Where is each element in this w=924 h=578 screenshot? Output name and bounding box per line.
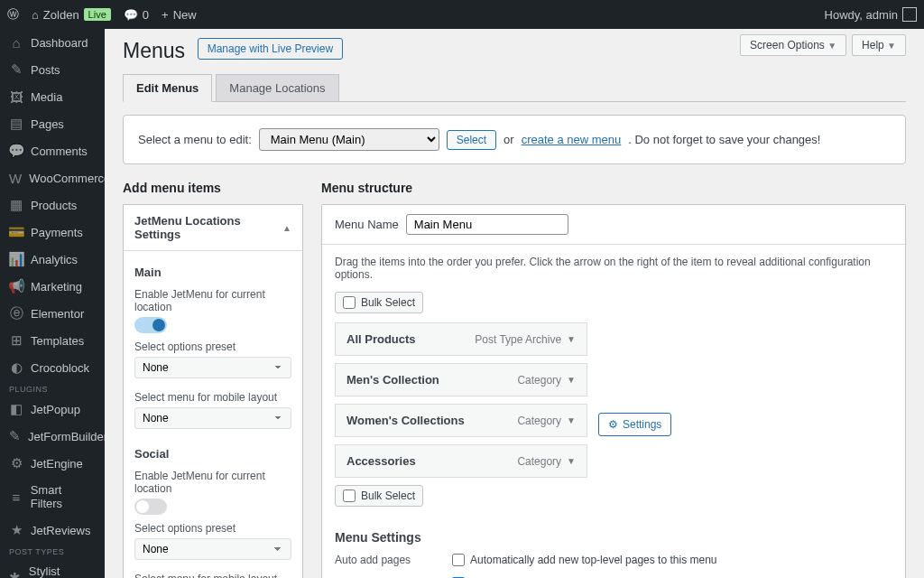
mobile-social-label: Select menu for mobile layout [134, 573, 291, 578]
select-menu-label: Select a menu to edit: [138, 133, 252, 146]
enable-social-toggle[interactable] [134, 499, 167, 515]
select-note: . Do not forget to save your changes! [628, 133, 820, 146]
bulk-select-bottom[interactable]: Bulk Select [335, 485, 423, 507]
avatar [902, 7, 917, 22]
chevron-down-icon: ▼ [567, 375, 576, 385]
woo-icon: W [9, 171, 22, 185]
sidebar-item-comments[interactable]: 💬Comments [0, 137, 105, 164]
crocoblock-icon: ◐ [9, 360, 23, 375]
mobile-main-select[interactable]: None [134, 407, 291, 429]
sidebar-item-dashboard[interactable]: ⌂Dashboard [0, 29, 105, 56]
sidebar-item-jetreviews[interactable]: ★JetReviews [0, 517, 105, 544]
admin-sidebar: ⌂Dashboard ✎Posts 🖾Media ▤Pages 💬Comment… [0, 29, 105, 578]
live-preview-button[interactable]: Manage with Live Preview [198, 38, 343, 60]
preset-main-select[interactable]: None [134, 357, 291, 378]
help-button[interactable]: Help ▼ [852, 34, 906, 56]
preset-main-label: Select options preset [134, 340, 291, 353]
jetengine-icon: ⚙ [9, 456, 23, 471]
sidebar-item-templates[interactable]: ⊞Templates [0, 327, 105, 354]
bulk-checkbox-bottom[interactable] [343, 489, 356, 502]
sidebar-item-crocoblock[interactable]: ◐Crocoblock [0, 354, 105, 381]
auto-pages-checkbox[interactable] [452, 554, 465, 566]
create-menu-link[interactable]: create a new menu [522, 133, 622, 146]
sidebar-item-smartfilters[interactable]: ≡Smart Filters [0, 477, 105, 517]
menu-name-input[interactable] [406, 214, 568, 235]
preset-social-select[interactable]: None [134, 538, 291, 560]
new-link[interactable]: +New [162, 8, 197, 22]
chevron-down-icon: ▼ [567, 415, 576, 425]
sidebar-item-woocommerce[interactable]: WWooCommerce [0, 164, 105, 191]
menu-item[interactable]: Men's CollectionCategory▼ [335, 363, 587, 396]
preset-social-label: Select options preset [134, 522, 291, 535]
location-social-title: Social [134, 447, 291, 461]
pages-icon: ▤ [9, 117, 23, 131]
menu-item[interactable]: Women's CollectionsCategory▼ [335, 404, 587, 437]
sidebar-item-jetengine[interactable]: ⚙JetEngine [0, 450, 105, 477]
sidebar-item-stylistservices[interactable]: ✱Stylist services [0, 558, 105, 578]
select-button[interactable]: Select [447, 130, 496, 150]
enable-social-label: Enable JetMenu for current location [134, 470, 291, 495]
sidebar-item-media[interactable]: 🖾Media [0, 83, 105, 110]
elementor-icon: ⓔ [9, 306, 23, 321]
jetmenu-panel-header[interactable]: JetMenu Locations Settings▲ [124, 205, 302, 250]
sidebar-item-marketing[interactable]: 📢Marketing [0, 273, 105, 300]
auto-pages-label: Auto add pages [335, 554, 452, 566]
sidebar-item-jetpopup[interactable]: ◧JetPopup [0, 396, 105, 423]
sidebar-item-products[interactable]: ▦Products [0, 191, 105, 219]
item-settings-button[interactable]: ⚙Settings [598, 413, 671, 436]
menu-structure-box: Menu Name Drag the items into the order … [321, 204, 906, 578]
chevron-down-icon: ▼ [827, 41, 836, 51]
smartfilters-icon: ≡ [9, 489, 23, 504]
menu-item[interactable]: All ProductsPost Type Archive▼ [335, 322, 587, 356]
or-text: or [504, 133, 514, 146]
sidebar-item-pages[interactable]: ▤Pages [0, 110, 105, 137]
dashboard-icon: ⌂ [9, 35, 23, 50]
tab-edit-menus[interactable]: Edit Menus [123, 74, 212, 102]
comments-icon: 💬 [9, 144, 23, 158]
menu-structure-heading: Menu structure [321, 181, 906, 195]
templates-icon: ⊞ [9, 333, 23, 348]
jetpopup-icon: ◧ [9, 402, 23, 416]
auto-pages-checkbox-label[interactable]: Automatically add new top-level pages to… [452, 554, 717, 566]
products-icon: ▦ [9, 198, 23, 212]
marketing-icon: 📢 [9, 279, 23, 294]
bulk-select-top[interactable]: Bulk Select [335, 292, 423, 313]
chevron-down-icon: ▼ [567, 334, 576, 344]
menu-select[interactable]: Main Menu (Main) [259, 128, 439, 151]
chevron-up-icon: ▲ [282, 223, 291, 233]
menu-settings-heading: Menu Settings [335, 530, 892, 545]
site-link[interactable]: ⌂ZoldenLive [32, 8, 111, 22]
menu-item[interactable]: AccessoriesCategory▼ [335, 444, 587, 478]
plugins-label: PLUGINS [0, 381, 105, 396]
tab-manage-locations[interactable]: Manage Locations [216, 74, 338, 101]
media-icon: 🖾 [9, 89, 23, 104]
add-items-heading: Add menu items [123, 181, 303, 195]
menu-name-label: Menu Name [335, 218, 399, 231]
sidebar-item-posts[interactable]: ✎Posts [0, 56, 105, 83]
main-content: Screen Options ▼ Help ▼ Menus Manage wit… [105, 29, 924, 578]
greeting[interactable]: Howdy, admin [825, 7, 917, 22]
comments-link[interactable]: 💬0 [124, 8, 149, 22]
wp-logo[interactable]: ⓦ [7, 6, 19, 23]
chevron-down-icon: ▼ [567, 456, 576, 466]
gear-icon: ⚙ [608, 418, 618, 431]
posttypes-label: POST TYPES [0, 544, 105, 558]
page-title: Menus [123, 39, 185, 63]
sidebar-item-jetformbuilder[interactable]: ✎JetFormBuilder [0, 423, 105, 450]
sidebar-item-analytics[interactable]: 📊Analytics [0, 246, 105, 273]
sidebar-item-payments[interactable]: 💳Payments [0, 219, 105, 246]
sidebar-item-elementor[interactable]: ⓔElementor [0, 300, 105, 327]
posts-icon: ✎ [9, 62, 23, 77]
admin-topbar: ⓦ ⌂ZoldenLive 💬0 +New Howdy, admin [0, 0, 924, 29]
menu-selector-row: Select a menu to edit: Main Menu (Main) … [123, 115, 906, 164]
payments-icon: 💳 [9, 225, 23, 239]
drag-hint: Drag the items into the order you prefer… [335, 256, 892, 281]
mobile-main-label: Select menu for mobile layout [134, 391, 291, 404]
jetreviews-icon: ★ [9, 523, 23, 537]
screen-options-button[interactable]: Screen Options ▼ [740, 34, 846, 56]
stylistservices-icon: ✱ [9, 571, 22, 578]
location-main-title: Main [134, 266, 291, 279]
enable-main-toggle[interactable] [134, 317, 167, 333]
bulk-checkbox-top[interactable] [343, 296, 356, 309]
enable-main-label: Enable JetMenu for current location [134, 288, 291, 313]
